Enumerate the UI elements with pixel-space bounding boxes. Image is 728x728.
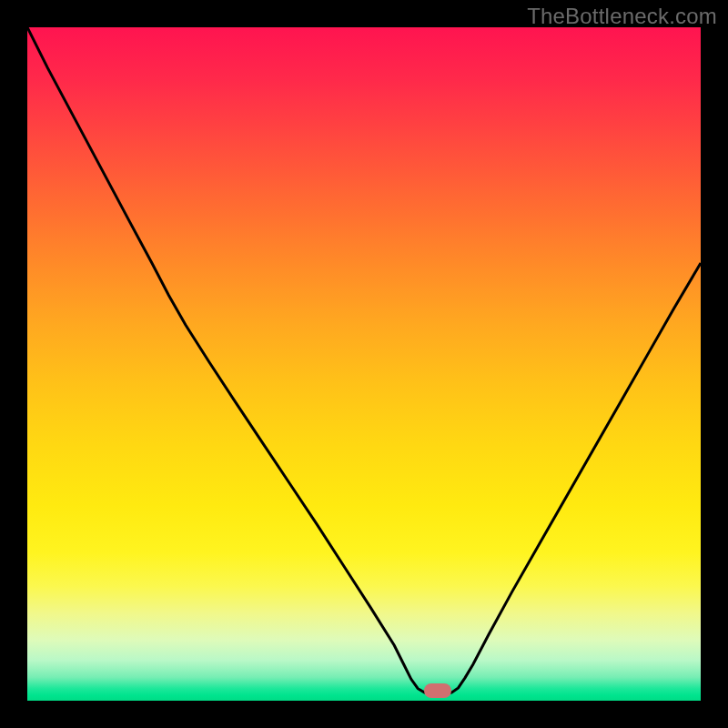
- watermark-text: TheBottleneck.com: [527, 4, 717, 29]
- chart-frame: TheBottleneck.com: [0, 0, 728, 728]
- curve-path: [27, 27, 701, 694]
- bottleneck-curve: [27, 27, 701, 701]
- optimal-point-marker: [424, 683, 451, 698]
